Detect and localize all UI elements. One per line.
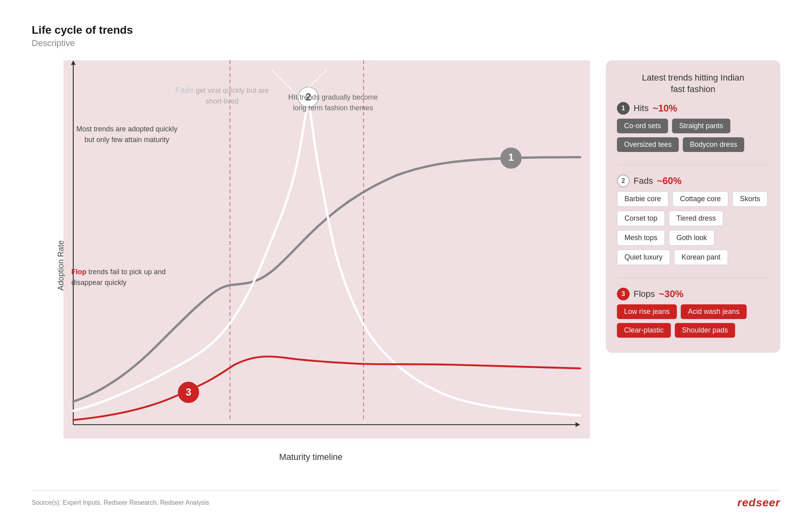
fads-tags: Barbie core Cottage core Skorts Corset t… — [617, 191, 769, 265]
tag-skorts: Skorts — [732, 191, 768, 207]
x-axis-label: Maturity timeline — [279, 452, 343, 462]
hits-label: Hits — [634, 103, 649, 113]
hits-number: 1 — [617, 102, 630, 115]
annotation-hit: Hit trends gradually become long term fa… — [282, 92, 385, 113]
chart-area: Adoption Rate 1 — [32, 60, 590, 470]
divider-2 — [617, 278, 769, 278]
fads-header: 2 Fads ~60% — [617, 175, 769, 187]
main-content: Adoption Rate 1 — [32, 60, 780, 470]
fads-number: 2 — [617, 175, 630, 187]
fads-label: Fads — [634, 176, 653, 186]
flops-number: 3 — [617, 288, 630, 300]
tag-shoulder-pads: Shoulder pads — [675, 323, 735, 338]
page-container: Life cycle of trends Descriptive Adoptio… — [0, 0, 812, 521]
flops-tags: Low rise jeans Acid wash jeans Clear-pla… — [617, 304, 769, 338]
section-fads: 2 Fads ~60% Barbie core Cottage core Sko… — [617, 175, 769, 268]
flops-header: 3 Flops ~30% — [617, 288, 769, 300]
tag-straight-pants: Straight pants — [672, 119, 730, 133]
svg-text:3: 3 — [186, 386, 191, 398]
tag-mesh-tops: Mesh tops — [617, 230, 665, 246]
tag-low-rise-jeans: Low rise jeans — [617, 304, 677, 319]
footer: Source(s): Expert Inputs, Redseer Resear… — [32, 490, 780, 509]
right-panel: Latest trends hitting Indian fast fashio… — [606, 60, 780, 353]
panel-title: Latest trends hitting Indian fast fashio… — [617, 72, 769, 95]
tag-clear-plastic: Clear-plastic — [617, 323, 671, 338]
hits-tags: Co-ord sets Straight pants Oversized tee… — [617, 119, 769, 152]
tag-acid-wash-jeans: Acid wash jeans — [681, 304, 747, 319]
tag-corset-top: Corset top — [617, 211, 665, 226]
footer-source: Source(s): Expert Inputs, Redseer Resear… — [32, 499, 209, 506]
hits-pct: ~10% — [653, 103, 677, 114]
svg-marker-5 — [71, 60, 76, 65]
annotation-most-trends: Most trends are adopted quickly but only… — [71, 124, 182, 145]
tag-oversized-tees: Oversized tees — [617, 137, 679, 152]
tag-cottage-core: Cottage core — [672, 191, 728, 207]
section-flops: 3 Flops ~30% Low rise jeans Acid wash je… — [617, 288, 769, 341]
footer-brand: redseer — [737, 496, 780, 509]
fads-pct: ~60% — [657, 175, 682, 186]
tag-goth-look: Goth look — [669, 230, 714, 246]
tag-barbie-core: Barbie core — [617, 191, 668, 207]
flops-pct: ~30% — [659, 288, 684, 300]
hits-header: 1 Hits ~10% — [617, 102, 769, 115]
divider-1 — [617, 165, 769, 165]
tag-tiered-dress: Tiered dress — [669, 211, 723, 226]
section-hits: 1 Hits ~10% Co-ord sets Straight pants O… — [617, 102, 769, 155]
annotation-flop: Flop trends fail to pick up and disappea… — [71, 267, 190, 288]
tag-coord-sets: Co-ord sets — [617, 119, 668, 133]
tag-korean-pant: Korean pant — [674, 250, 728, 265]
tag-quiet-luxury: Quiet luxury — [617, 250, 670, 265]
page-title: Life cycle of trends — [32, 24, 780, 37]
annotation-fads: Fads get viral quickly but are short-liv… — [167, 84, 278, 107]
header: Life cycle of trends Descriptive — [32, 24, 780, 48]
flops-label: Flops — [634, 289, 655, 299]
chart-svg: 1 2 3 — [63, 60, 590, 438]
svg-text:1: 1 — [508, 152, 514, 163]
page-subtitle: Descriptive — [32, 38, 780, 48]
svg-marker-3 — [576, 422, 580, 427]
tag-bodycon-dress: Bodycon dress — [683, 137, 744, 152]
